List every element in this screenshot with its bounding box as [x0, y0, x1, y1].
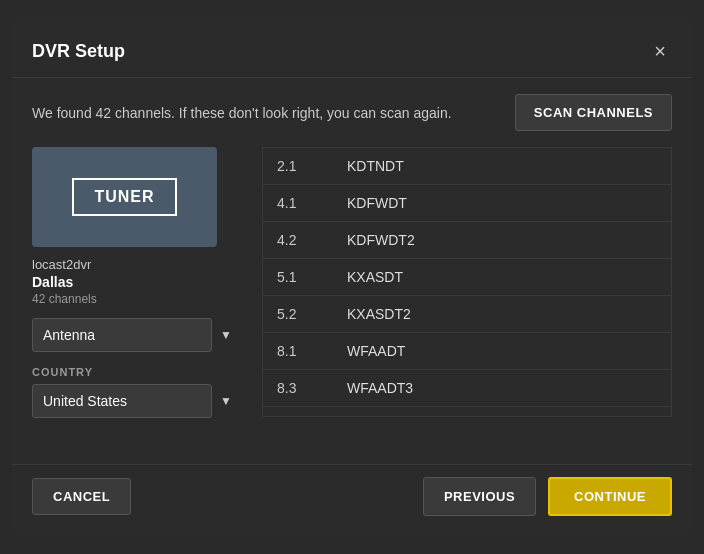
footer-right: PREVIOUS CONTINUE — [423, 477, 672, 516]
channels-list: 2.1KDTNDT4.1KDFWDT4.2KDFWDT25.1KXASDT5.2… — [262, 147, 672, 417]
channel-row: 2.1KDTNDT — [263, 148, 671, 185]
channel-name: KDTNDT — [347, 158, 404, 174]
channel-row: 4.1KDFWDT — [263, 185, 671, 222]
modal-footer: CANCEL PREVIOUS CONTINUE — [12, 464, 692, 532]
channel-name: KDFWDT2 — [347, 232, 415, 248]
left-panel: TUNER locast2dvr Dallas 42 channels Ante… — [32, 147, 242, 432]
antenna-select-wrapper[interactable]: Antenna Cable ▼ — [32, 318, 242, 352]
tuner-image: TUNER — [32, 147, 217, 247]
channel-name: WFAADT — [347, 343, 405, 359]
modal-body: We found 42 channels. If these don't loo… — [12, 78, 692, 464]
channel-number: 8.1 — [277, 343, 317, 359]
close-button[interactable]: × — [648, 38, 672, 65]
channel-number: 8.3 — [277, 380, 317, 396]
device-name: locast2dvr — [32, 257, 242, 272]
channel-name: KXASDT — [347, 269, 403, 285]
modal-header: DVR Setup × — [12, 22, 692, 78]
channel-row: 5.2KXASDT2 — [263, 296, 671, 333]
channel-name: KXASDT2 — [347, 306, 411, 322]
continue-button[interactable]: CONTINUE — [548, 477, 672, 516]
channel-row: 4.2KDFWDT2 — [263, 222, 671, 259]
channel-number: 4.2 — [277, 232, 317, 248]
modal-overlay: DVR Setup × We found 42 channels. If the… — [0, 0, 704, 554]
dvr-setup-modal: DVR Setup × We found 42 channels. If the… — [12, 22, 692, 532]
channel-number: 2.1 — [277, 158, 317, 174]
channel-name: KDFWDT — [347, 195, 407, 211]
tuner-label: TUNER — [72, 178, 176, 216]
channel-row: 8.4WFAADT4 — [263, 407, 671, 417]
country-select[interactable]: United States Canada United Kingdom — [32, 384, 212, 418]
channel-number: 5.1 — [277, 269, 317, 285]
info-row: We found 42 channels. If these don't loo… — [32, 94, 672, 131]
country-label: COUNTRY — [32, 366, 242, 378]
modal-title: DVR Setup — [32, 41, 125, 62]
cancel-button[interactable]: CANCEL — [32, 478, 131, 515]
antenna-select-arrow-icon: ▼ — [220, 328, 232, 342]
country-select-arrow-icon: ▼ — [220, 394, 232, 408]
channel-number: 5.2 — [277, 306, 317, 322]
channel-row: 5.1KXASDT — [263, 259, 671, 296]
device-location: Dallas — [32, 274, 242, 290]
channel-row: 8.3WFAADT3 — [263, 370, 671, 407]
info-text: We found 42 channels. If these don't loo… — [32, 105, 452, 121]
previous-button[interactable]: PREVIOUS — [423, 477, 536, 516]
channel-name: WFAADT3 — [347, 380, 413, 396]
device-channels: 42 channels — [32, 292, 242, 306]
channel-row: 8.1WFAADT — [263, 333, 671, 370]
channel-number: 4.1 — [277, 195, 317, 211]
antenna-select[interactable]: Antenna Cable — [32, 318, 212, 352]
content-area: TUNER locast2dvr Dallas 42 channels Ante… — [32, 147, 672, 432]
country-select-wrapper[interactable]: United States Canada United Kingdom ▼ — [32, 384, 242, 418]
scan-channels-button[interactable]: SCAN CHANNELS — [515, 94, 672, 131]
